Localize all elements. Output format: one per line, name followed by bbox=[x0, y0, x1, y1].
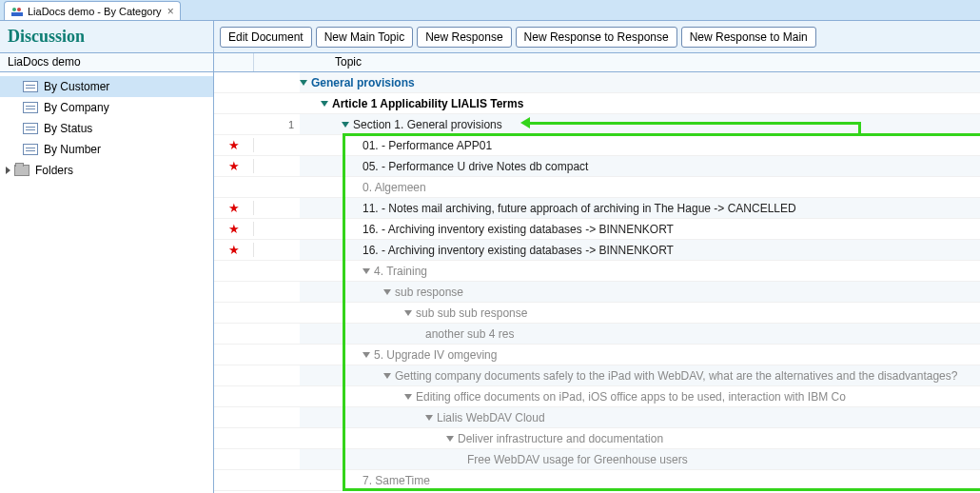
new-main-topic-button[interactable]: New Main Topic bbox=[316, 27, 413, 48]
chevron-down-icon[interactable] bbox=[404, 394, 412, 400]
chevron-down-icon[interactable] bbox=[300, 80, 307, 86]
page-title: Discussion bbox=[0, 21, 214, 52]
chevron-down-icon[interactable] bbox=[446, 436, 454, 442]
list-item[interactable]: 4. Training bbox=[214, 261, 980, 282]
list-item[interactable]: ★16. - Archiving inventory existing data… bbox=[214, 240, 980, 261]
list-item[interactable]: ★01. - Performance APP01 bbox=[214, 135, 980, 156]
sidebar-item-label: By Customer bbox=[44, 80, 109, 93]
star-icon: ★ bbox=[214, 201, 254, 215]
list-item[interactable]: Free WebDAV usage for Greenhouse users bbox=[214, 449, 980, 470]
list-item[interactable]: ★05. - Performance U drive Notes db comp… bbox=[214, 156, 980, 177]
sidebar-item-by-status[interactable]: By Status bbox=[0, 118, 213, 139]
chevron-down-icon[interactable] bbox=[425, 415, 433, 421]
chevron-down-icon[interactable] bbox=[342, 122, 349, 128]
tab-bar: LiaDocs demo - By Category × bbox=[0, 0, 980, 21]
star-icon: ★ bbox=[214, 138, 254, 152]
topic-text: Free WebDAV usage for Greenhouse users bbox=[467, 453, 688, 466]
chevron-down-icon[interactable] bbox=[383, 373, 391, 379]
topic-text: Lialis WebDAV Cloud bbox=[437, 411, 545, 424]
annotation-arrow bbox=[528, 122, 861, 125]
sidebar-item-label: By Number bbox=[44, 143, 101, 156]
tab-liadocs[interactable]: LiaDocs demo - By Category × bbox=[4, 1, 181, 20]
sidebar-item-by-company[interactable]: By Company bbox=[0, 97, 213, 118]
list-item[interactable]: 5. Upgrade IV omgeving bbox=[214, 345, 980, 365]
chevron-right-icon bbox=[6, 167, 10, 174]
topic-cell: General provisions bbox=[300, 72, 980, 92]
arrow-left-icon bbox=[520, 117, 530, 128]
row-number: 1 bbox=[254, 119, 300, 130]
topic-cell: 05. - Performance U drive Notes db compa… bbox=[300, 156, 980, 176]
topic-text: 01. - Performance APP01 bbox=[363, 139, 492, 152]
view-icon bbox=[23, 102, 38, 113]
list-item[interactable]: 1Section 1. General provisions bbox=[214, 114, 980, 135]
chevron-down-icon[interactable] bbox=[404, 310, 412, 316]
new-response-button[interactable]: New Response bbox=[417, 27, 511, 48]
topic-cell: Getting company documents safely to the … bbox=[300, 365, 980, 385]
close-icon[interactable]: × bbox=[167, 5, 174, 18]
folder-icon bbox=[14, 165, 29, 176]
annotation-line bbox=[858, 125, 861, 136]
list-item[interactable]: another sub 4 res bbox=[214, 324, 980, 345]
new-response-to-response-button[interactable]: New Response to Response bbox=[516, 27, 677, 48]
list-item[interactable]: General provisions bbox=[214, 72, 980, 93]
star-icon: ★ bbox=[214, 243, 254, 257]
topic-cell: 5. Upgrade IV omgeving bbox=[300, 345, 980, 365]
list-item[interactable]: Lialis WebDAV Cloud bbox=[214, 407, 980, 428]
chevron-down-icon[interactable] bbox=[363, 268, 370, 274]
edit-document-button[interactable]: Edit Document bbox=[220, 27, 312, 48]
list-item[interactable]: sub response bbox=[214, 282, 980, 303]
sidebar-folders-label: Folders bbox=[35, 164, 73, 177]
column-topic[interactable]: Topic bbox=[254, 53, 980, 71]
topic-text: Getting company documents safely to the … bbox=[395, 369, 957, 383]
sidebar-item-label: By Status bbox=[44, 122, 92, 135]
list-item[interactable]: sub sub sub response bbox=[214, 303, 980, 324]
topic-cell: Lialis WebDAV Cloud bbox=[300, 407, 980, 427]
list-item[interactable]: Getting company documents safely to the … bbox=[214, 365, 980, 386]
topic-cell: 7. SameTime bbox=[300, 470, 980, 490]
toolbar: Edit Document New Main Topic New Respons… bbox=[214, 21, 980, 52]
star-icon: ★ bbox=[214, 159, 254, 173]
view-icon bbox=[23, 81, 38, 92]
svg-point-1 bbox=[17, 8, 21, 11]
sidebar: By CustomerBy CompanyBy StatusBy Number … bbox=[0, 72, 214, 493]
topic-cell: sub response bbox=[300, 282, 980, 302]
topic-cell: Free WebDAV usage for Greenhouse users bbox=[300, 449, 980, 469]
list-item[interactable]: 0. Algemeen bbox=[214, 177, 980, 198]
list-item[interactable]: ★16. - Archiving inventory existing data… bbox=[214, 219, 980, 240]
chevron-down-icon[interactable] bbox=[383, 289, 391, 295]
topic-text: 4. Training bbox=[374, 265, 427, 278]
chevron-down-icon[interactable] bbox=[363, 352, 370, 358]
topic-text: Deliver infrastructure and documentation bbox=[458, 432, 663, 445]
topic-text: Section 1. General provisions bbox=[353, 118, 502, 131]
column-star bbox=[214, 53, 254, 71]
sidebar-folders[interactable]: Folders bbox=[0, 160, 213, 181]
topic-text: Editing office documents on iPad, iOS of… bbox=[416, 390, 846, 404]
topic-cell: 4. Training bbox=[300, 261, 980, 281]
topic-text: 7. SameTime bbox=[363, 474, 430, 487]
list-item[interactable]: Article 1 Applicability LIALIS Terms bbox=[214, 93, 980, 114]
topic-text: 05. - Performance U drive Notes db compa… bbox=[363, 160, 588, 173]
list-item[interactable]: Editing office documents on iPad, iOS of… bbox=[214, 386, 980, 407]
topic-text: 0. Algemeen bbox=[363, 181, 426, 194]
new-response-to-main-button[interactable]: New Response to Main bbox=[681, 27, 816, 48]
topic-text: 11. - Notes mail archiving, future appro… bbox=[363, 202, 796, 215]
header-row: Discussion Edit Document New Main Topic … bbox=[0, 21, 980, 53]
topic-cell: 01. - Performance APP01 bbox=[300, 135, 980, 155]
topic-cell: Deliver infrastructure and documentation bbox=[300, 428, 980, 448]
sidebar-item-by-customer[interactable]: By Customer bbox=[0, 76, 213, 97]
breadcrumb: LiaDocs demo bbox=[0, 53, 214, 71]
column-header-row: LiaDocs demo Topic bbox=[0, 53, 980, 72]
list-item[interactable]: 7. SameTime bbox=[214, 470, 980, 491]
topic-text: Article 1 Applicability LIALIS Terms bbox=[332, 97, 523, 110]
view-icon bbox=[23, 123, 38, 134]
document-list: General provisionsArticle 1 Applicabilit… bbox=[214, 72, 980, 493]
topic-text: 16. - Archiving inventory existing datab… bbox=[363, 223, 674, 236]
sidebar-item-by-number[interactable]: By Number bbox=[0, 139, 213, 160]
topic-cell: 0. Algemeen bbox=[300, 177, 980, 197]
sidebar-item-label: By Company bbox=[44, 101, 109, 114]
topic-cell: 16. - Archiving inventory existing datab… bbox=[300, 240, 980, 260]
chevron-down-icon[interactable] bbox=[321, 101, 328, 107]
list-item[interactable]: Deliver infrastructure and documentation bbox=[214, 428, 980, 449]
view-icon bbox=[23, 144, 38, 155]
list-item[interactable]: ★11. - Notes mail archiving, future appr… bbox=[214, 198, 980, 219]
